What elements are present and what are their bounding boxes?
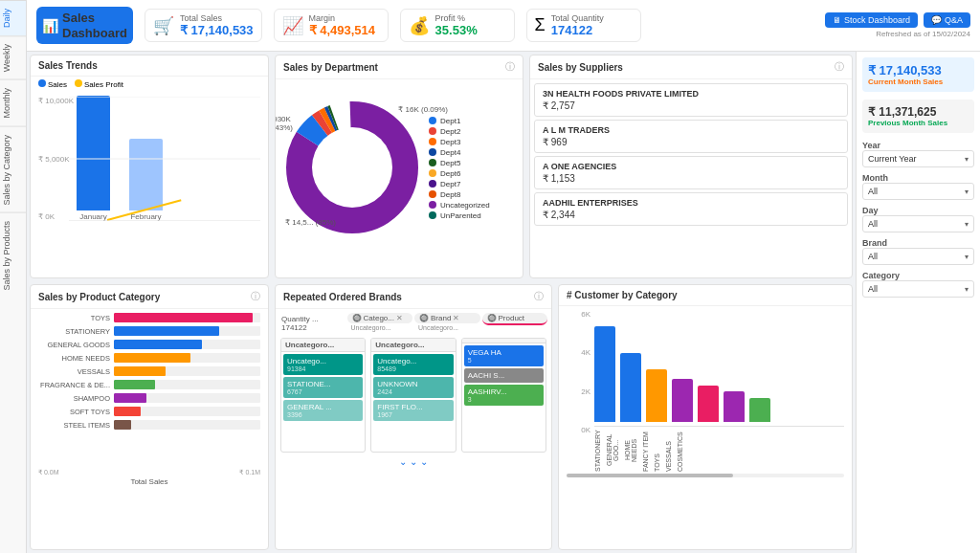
sales-trends-panel: Sales Trends Sales Sales Profit ₹ 10,000… — [30, 55, 269, 278]
sidebar-item-products[interactable]: Sales by Products — [0, 212, 26, 299]
cust-label-toys: TOYS — [654, 429, 660, 472]
brand-col-2-item-0[interactable]: Uncatego... 85489 — [373, 354, 453, 375]
filter-section: Year Current Year ▾ Month All ▾ — [862, 141, 974, 298]
supplier-item-3: A ONE AGENCIES ₹ 1,153 — [534, 156, 848, 189]
cust-label-cosmetics: COSMETICS — [677, 429, 683, 472]
filter-month: Month All ▾ — [862, 173, 974, 200]
brand-col-1-item-1[interactable]: STATIONE... 6767 — [283, 377, 363, 398]
bottom-row: Sales by Product Category ⓘ TOYS STATION… — [27, 281, 856, 553]
col-qty-label: Quantity ... 174122 — [279, 313, 345, 334]
dept-header: Sales by Department ⓘ — [276, 55, 523, 79]
customer-category-panel: # Customer by Category 6K 4K 2K 0K — [558, 284, 853, 550]
cust-bar-fancy-bar — [672, 379, 693, 422]
year-chevron-icon: ▾ — [965, 155, 969, 164]
cat-row-shampoo: SHAMPOO — [38, 393, 260, 403]
legend-dept6: Dept6 — [429, 169, 490, 178]
sales-trends-header: Sales Trends — [31, 55, 268, 77]
app-title: SalesDashboard — [62, 11, 127, 40]
brand-col-1-item-0[interactable]: Uncatego... 91384 — [283, 354, 363, 375]
brands-info-icon[interactable]: ⓘ — [534, 290, 544, 303]
cat-bar-soft — [114, 407, 141, 416]
legend-unparented: UnParented — [429, 211, 490, 220]
cust-label-vessals: VESSALS — [665, 429, 672, 472]
left-sidebar: Daily Weekly Monthly Sales by Category S… — [0, 0, 27, 553]
filter-chip-product-item[interactable]: 🔘 Product — [482, 313, 548, 325]
filter-chip-category-icon: 🔘 — [352, 314, 362, 322]
cat-row-steel: STEEL ITEMS — [38, 420, 260, 430]
profit-label: Profit % — [435, 13, 478, 23]
cust-chart-inner: 6K 4K 2K 0K — [567, 310, 844, 472]
quantity-icon: Σ — [535, 15, 546, 35]
horizontal-scrollbar[interactable] — [567, 474, 844, 477]
brand-col-2-item-2[interactable]: FIRST FLO... 1967 — [373, 400, 453, 421]
brand-col-3: VEGA HA 5 AACHI S... AASHIR — [461, 338, 546, 453]
customer-chart: 6K 4K 2K 0K — [559, 306, 852, 483]
brand-col-3-item-1[interactable]: AACHI S... — [464, 368, 544, 383]
customer-bars — [594, 310, 844, 426]
cat-bar-wrap-stationery — [114, 326, 260, 336]
sidebar-item-category[interactable]: Sales by Category — [0, 126, 26, 213]
filter-chip-category-close[interactable]: ✕ — [396, 314, 403, 322]
cust-bar-vessals — [724, 391, 745, 422]
donut-label-16k: ₹ 16K (0.09%) — [398, 105, 448, 114]
category-chevron-icon: ▾ — [965, 285, 969, 294]
brand-col-2: Uncategoro... Uncatego... 85489 UNKNOWN — [370, 338, 456, 453]
brand-col-1-item-2[interactable]: GENERAL ... 3396 — [283, 400, 363, 421]
filter-chip-category[interactable]: 🔘 Catego... ✕ — [347, 313, 413, 323]
cat-bar-fragrance — [114, 380, 155, 389]
filter-day-select[interactable]: All ▾ — [862, 215, 974, 232]
filter-year-select[interactable]: Current Year ▾ — [862, 150, 974, 167]
total-sales-value: ₹ 17,140,533 — [180, 23, 254, 37]
donut-container: ₹ 930K (5.43%) ₹ 16K (0.09%) ₹ 14,5... (… — [276, 79, 523, 256]
filter-day: Day All ▾ — [862, 206, 974, 232]
monitor-icon: 🖥 — [833, 15, 841, 25]
brand-col-2-title: Uncategoro... — [371, 339, 455, 352]
product-info-icon[interactable]: ⓘ — [251, 290, 260, 303]
brand-chevron-icon: ▾ — [965, 253, 969, 261]
cat-bar-steel — [114, 420, 131, 430]
sidebar-item-monthly[interactable]: Monthly — [0, 79, 26, 126]
scroll-down-2[interactable]: ⌄ — [410, 456, 417, 467]
scrollbar-thumb — [567, 474, 733, 477]
sidebar-item-weekly[interactable]: Weekly — [0, 35, 26, 79]
dept-title: Sales by Department — [283, 62, 378, 73]
category-x-axis: ₹ 0.0M ₹ 0.1M — [31, 469, 268, 476]
filter-chip-product: 🔘 Product — [482, 313, 548, 334]
scroll-down-3[interactable]: ⌄ — [420, 456, 428, 467]
donut-label-930: ₹ 930K (5.43%) — [275, 115, 293, 132]
suppliers-info-icon[interactable]: ⓘ — [835, 60, 844, 74]
filter-brand-select[interactable]: All ▾ — [862, 248, 974, 265]
filter-chip-brand-item[interactable]: 🔘 Brand ✕ — [414, 313, 480, 323]
sales-trends-chart: ₹ 10,000K ₹ 5,000K ₹ 0K January — [31, 92, 268, 250]
prev-month-card: ₹ 11,371,625 Previous Month Sales — [862, 100, 974, 133]
sales-by-suppliers-panel: Sales by Suppliers ⓘ 3N HEALTH FOODS PRI… — [529, 55, 853, 278]
supplier-name-4: AADHIL ENTERPRISES — [543, 198, 839, 208]
sidebar-item-daily[interactable]: Daily — [0, 0, 26, 35]
qa-button[interactable]: 💬 Q&A — [924, 12, 970, 28]
suppliers-title: Sales by Suppliers — [538, 62, 623, 73]
brand-col-2-item-1[interactable]: UNKNOWN 2424 — [373, 377, 453, 398]
cust-bar-home-bar — [646, 369, 667, 422]
cat-bar-wrap-soft — [114, 407, 260, 416]
stock-dashboard-button[interactable]: 🖥 Stock Dashboard — [825, 12, 918, 28]
brands-header: Repeated Ordered Brands ⓘ — [276, 285, 551, 309]
filter-month-select[interactable]: All ▾ — [862, 183, 974, 200]
supplier-value-3: ₹ 1,153 — [543, 173, 839, 184]
brand-col-3-item-2[interactable]: AASHIRV... 3 — [464, 385, 544, 406]
cat-row-vessals: VESSALS — [38, 366, 260, 376]
brand-col-3-item-0[interactable]: VEGA HA 5 — [464, 345, 544, 366]
scroll-down-1[interactable]: ⌄ — [399, 456, 407, 467]
filter-brand: Brand All ▾ — [862, 238, 974, 265]
filter-month-label: Month — [862, 173, 974, 183]
product-category-title: Sales by Product Category — [38, 292, 160, 302]
legend-dept1: Dept1 — [429, 117, 490, 125]
filter-category-select[interactable]: All ▾ — [862, 280, 974, 298]
cust-label-fancy: FANCY ITEM — [642, 429, 649, 472]
product-category-panel: Sales by Product Category ⓘ TOYS STATION… — [30, 284, 269, 550]
cat-bar-wrap-steel — [114, 420, 260, 430]
filter-chip-brand-close[interactable]: ✕ — [453, 314, 459, 322]
customer-header: # Customer by Category — [559, 285, 852, 306]
legend-uncategorized: Uncategorized — [429, 201, 490, 210]
brand-columns: Uncategoro... Uncatego... 91384 STATIONE… — [279, 338, 547, 453]
dept-info-icon[interactable]: ⓘ — [505, 60, 515, 74]
